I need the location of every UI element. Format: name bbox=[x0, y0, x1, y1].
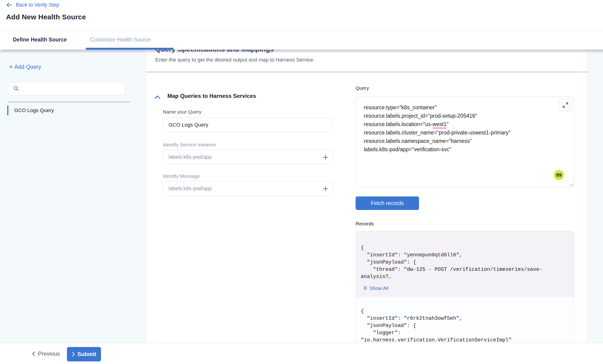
section-body: Map Queries to Harness Services Name you… bbox=[146, 72, 587, 342]
page-title: Add New Health Source bbox=[6, 13, 86, 21]
identify-message-input[interactable] bbox=[163, 185, 312, 192]
content-area: + Add Query GCO Logs Query Query Specifi… bbox=[0, 50, 603, 342]
double-chevron-down-icon bbox=[363, 285, 368, 291]
records-panel: { "insertId": "yennepun0qtd6ll6", "jsonP… bbox=[356, 231, 574, 342]
chevron-left-icon bbox=[32, 351, 36, 357]
main-panel: Query Specifications and Mappings Enter … bbox=[146, 50, 588, 342]
plus-icon bbox=[322, 154, 329, 160]
previous-button[interactable]: Previous bbox=[32, 343, 60, 364]
records-label: Records bbox=[356, 221, 374, 227]
previous-label: Previous bbox=[38, 351, 60, 357]
back-arrow-icon bbox=[6, 2, 12, 8]
plus-icon: + bbox=[9, 64, 13, 70]
query-name-field bbox=[163, 117, 333, 132]
health-source-tabbar: Define Health Source Customize Health So… bbox=[0, 31, 603, 50]
back-link[interactable]: Back to Verify Step bbox=[6, 2, 59, 8]
resize-handle[interactable] bbox=[570, 183, 573, 186]
query-search-box bbox=[8, 81, 125, 96]
record-json: { "insertId": "r6rk2tnah3owf5eh", "jsonP… bbox=[361, 307, 569, 342]
search-icon bbox=[13, 86, 19, 91]
show-all-link[interactable]: Show All bbox=[363, 285, 388, 291]
char-count-badge: 89 bbox=[554, 170, 564, 180]
sidebar-divider bbox=[8, 102, 130, 102]
identify-message-field bbox=[163, 181, 333, 196]
selected-query-indicator bbox=[7, 106, 8, 115]
collapse-section-button[interactable] bbox=[154, 95, 161, 100]
query-textarea[interactable]: resource.type="k8s_container"resource.la… bbox=[356, 96, 574, 187]
section-title: Query Specifications and Mappings bbox=[155, 50, 274, 53]
fullscreen-expand-icon bbox=[562, 102, 569, 109]
expand-query-button[interactable] bbox=[559, 99, 572, 112]
tab-define-health-source[interactable]: Define Health Source bbox=[13, 31, 67, 48]
query-label: Query bbox=[356, 85, 369, 91]
page-header: Back to Verify Step Add New Health Sourc… bbox=[0, 0, 603, 31]
query-code: resource.type="k8s_container"resource.la… bbox=[364, 103, 510, 154]
identify-service-instance-label: Identify Service Instance bbox=[163, 142, 216, 148]
submit-label: Submit bbox=[77, 351, 96, 357]
name-your-query-label: Name your Query bbox=[163, 109, 201, 115]
section-subtitle: Enter the query to get the desired outpu… bbox=[155, 57, 315, 63]
fetch-records-button[interactable]: Fetch records bbox=[356, 196, 419, 210]
active-tab-underline bbox=[86, 48, 174, 50]
plus-icon bbox=[322, 185, 329, 192]
add-query-button[interactable]: + Add Query bbox=[9, 64, 41, 70]
show-all-label: Show All bbox=[370, 285, 388, 291]
add-query-label: Add Query bbox=[14, 64, 41, 70]
service-instance-field bbox=[163, 150, 333, 165]
chevron-up-icon bbox=[154, 95, 161, 100]
add-health-source-page: Back to Verify Step Add New Health Sourc… bbox=[0, 0, 603, 364]
identify-message-label: Identify Message bbox=[163, 173, 200, 179]
map-queries-title: Map Queries to Harness Services bbox=[167, 93, 256, 99]
query-search-input[interactable] bbox=[22, 86, 116, 91]
add-message-field-button[interactable] bbox=[322, 185, 329, 193]
chevron-right-icon bbox=[72, 352, 75, 357]
record-json: { "insertId": "yennepun0qtd6ll6", "jsonP… bbox=[361, 244, 569, 280]
back-link-label: Back to Verify Step bbox=[16, 2, 59, 8]
add-service-instance-button[interactable] bbox=[322, 153, 329, 161]
tab-customize-health-source[interactable]: Customize Health Source bbox=[90, 31, 151, 48]
query-sidebar: + Add Query GCO Logs Query bbox=[0, 50, 146, 342]
wizard-footer: Previous Submit bbox=[0, 342, 603, 364]
service-instance-input[interactable] bbox=[163, 154, 312, 160]
record-item: { "insertId": "r6rk2tnah3owf5eh", "jsonP… bbox=[356, 307, 574, 342]
record-item: { "insertId": "yennepun0qtd6ll6", "jsonP… bbox=[356, 231, 574, 297]
query-name-input[interactable] bbox=[163, 122, 312, 128]
section-header: Query Specifications and Mappings Enter … bbox=[146, 50, 587, 72]
query-list-item-gco-logs[interactable]: GCO Logs Query bbox=[7, 106, 133, 115]
submit-button[interactable]: Submit bbox=[67, 347, 101, 362]
resize-grip-icon bbox=[570, 183, 573, 186]
query-item-label: GCO Logs Query bbox=[14, 107, 54, 114]
